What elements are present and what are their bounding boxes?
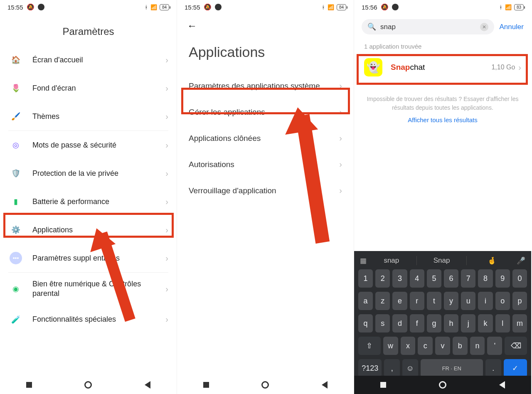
key-FR · EN[interactable]: FR · EN [421,359,483,377]
row-permissions[interactable]: Autorisations› [177,151,354,177]
nav-back-icon[interactable] [499,381,505,389]
key-d[interactable]: d [392,314,407,332]
key-n[interactable]: n [470,337,485,355]
key-e[interactable]: e [392,292,407,310]
key-i[interactable]: i [478,292,493,310]
settings-row-battery[interactable]: ▮ Batterie & performance › [0,187,177,216]
row-cloned-apps[interactable]: Applications clônées› [177,125,354,151]
row-app-lock[interactable]: Verrouillage d'application› [177,177,354,204]
key-z[interactable]: z [375,292,390,310]
key-7[interactable]: 7 [461,269,475,288]
key-v[interactable]: v [435,337,450,355]
nav-recents-icon[interactable] [26,382,32,388]
more-icon: ••• [10,252,22,264]
chevron-right-icon: › [165,169,168,178]
key-⇧[interactable]: ⇧ [358,337,381,355]
suggestion[interactable]: Snap [422,256,462,265]
show-all-results-link[interactable]: Afficher tous les résultats [354,114,531,126]
app-size: 1,10 Go [491,64,515,71]
key-'[interactable]: ' [487,337,502,355]
settings-row-passwords[interactable]: ◎ Mots de passe & sécurité › [0,131,177,159]
key-a[interactable]: a [358,292,373,310]
result-count: 1 application trouvée [354,39,531,52]
key-,[interactable]: , [384,359,400,377]
back-button[interactable]: ← [177,14,207,32]
kbd-row-3: ⇧wxcvbn'⌫ [358,337,527,355]
status-time: 15:55 [185,4,200,11]
key-p[interactable]: p [512,292,527,310]
status-bar: 15:56 🔕 ᚼ 📶 83 [354,0,531,14]
result-row-snapchat[interactable]: 👻 Snapchat 1,10 Go › [354,52,531,83]
chevron-right-icon: › [339,160,342,169]
key-1[interactable]: 1 [358,269,373,288]
key-6[interactable]: 6 [444,269,458,288]
search-icon: 🔍 [367,22,376,31]
settings-row-privacy[interactable]: 🛡️ Protection de la vie privée › [0,159,177,187]
key-k[interactable]: k [478,314,493,332]
snapchat-icon: 👻 [364,58,382,76]
nav-back-icon[interactable] [322,381,328,389]
search-box[interactable]: 🔍 ✕ [362,19,494,34]
nav-home-icon[interactable] [439,381,446,389]
search-input[interactable] [380,23,480,31]
key-l[interactable]: l [495,314,510,332]
key-4[interactable]: 4 [410,269,424,288]
key-q[interactable]: q [358,314,373,332]
key-m[interactable]: m [512,314,527,332]
nav-bar [0,376,177,394]
key-r[interactable]: r [410,292,424,310]
keyboard-grid-icon[interactable]: ▦ [360,256,367,265]
key-b[interactable]: b [453,337,468,355]
key-3[interactable]: 3 [392,269,407,288]
no-results-text: Impossible de trouver des résultats ? Es… [354,83,531,114]
key-o[interactable]: o [495,292,510,310]
key-t[interactable]: t [427,292,441,310]
chevron-right-icon: › [339,186,342,195]
key-f[interactable]: f [410,314,424,332]
row-manage-apps[interactable]: Gérer les applications› [177,99,354,125]
key-g[interactable]: g [427,314,441,332]
nav-home-icon[interactable] [84,381,92,389]
cancel-button[interactable]: Annuler [499,23,524,31]
nav-back-icon[interactable] [145,381,150,389]
key-x[interactable]: x [401,337,416,355]
key-⌫[interactable]: ⌫ [505,337,527,355]
key-5[interactable]: 5 [427,269,441,288]
suggestion[interactable]: 🤞 [472,256,512,265]
key-9[interactable]: 9 [495,269,510,288]
key-0[interactable]: 0 [512,269,527,288]
clear-button[interactable]: ✕ [480,23,488,31]
key-j[interactable]: j [461,314,475,332]
key-u[interactable]: u [461,292,475,310]
suggestion[interactable]: snap [372,256,411,265]
nav-recents-icon[interactable] [380,382,386,388]
settings-row-wallpaper[interactable]: 🌷 Fond d'écran › [0,74,177,102]
key-.[interactable]: . [485,359,501,377]
key-?123[interactable]: ?123 [358,359,382,377]
dnd-icon: 🔕 [27,3,34,11]
key-c[interactable]: c [418,337,433,355]
settings-row-home[interactable]: 🏠 Écran d'accueil › [0,46,177,74]
spotify-icon [392,4,399,10]
key-h[interactable]: h [444,314,458,332]
settings-row-wellbeing[interactable]: ◉ Bien être numérique & Contrôles parent… [0,273,177,305]
settings-row-features[interactable]: 🧪 Fonctionnalités spéciales › [0,305,177,334]
kbd-row-4: ?123,☺FR · EN.✓ [358,359,527,377]
nav-recents-icon[interactable] [203,382,209,388]
keyboard: ▦ snap Snap 🤞 🎤 1234567890 azertyuiop qs… [354,251,531,380]
spotify-icon [38,4,44,10]
key-w[interactable]: w [383,337,398,355]
chevron-right-icon: › [165,225,168,235]
key-☺[interactable]: ☺ [402,359,418,377]
key-✓[interactable]: ✓ [504,359,527,377]
key-8[interactable]: 8 [478,269,493,288]
key-2[interactable]: 2 [375,269,390,288]
status-time: 15:55 [7,4,23,11]
settings-row-additional[interactable]: ••• Paramètres suppl entaires › [0,244,177,272]
settings-row-themes[interactable]: 🖌️ Thèmes › [0,102,177,131]
nav-home-icon[interactable] [261,381,269,389]
mic-icon[interactable]: 🎤 [517,256,525,265]
key-s[interactable]: s [375,314,390,332]
row-system-apps[interactable]: Paramètres des applications système› [177,73,354,99]
key-y[interactable]: y [444,292,458,310]
